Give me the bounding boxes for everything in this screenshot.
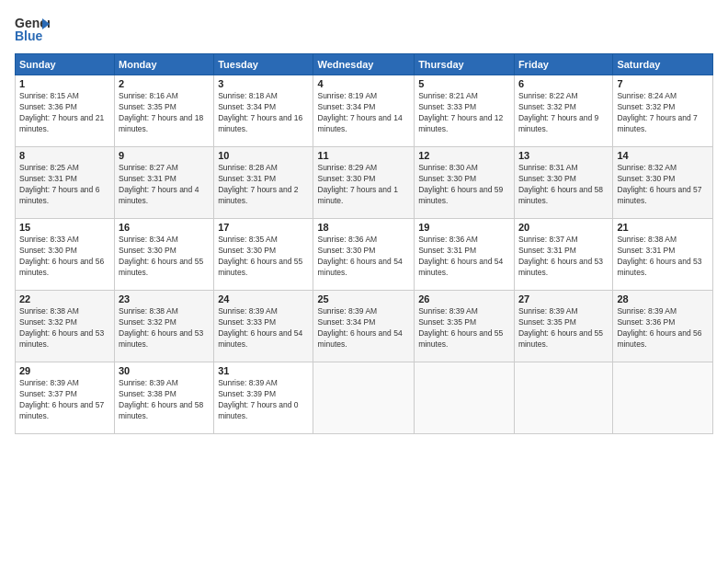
calendar-cell: 14 Sunrise: 8:32 AM Sunset: 3:30 PM Dayl… (613, 147, 713, 219)
day-info: Sunrise: 8:33 AM Sunset: 3:30 PM Dayligh… (19, 235, 110, 279)
day-number: 4 (317, 78, 410, 89)
day-number: 8 (19, 150, 110, 161)
calendar-cell: 27 Sunrise: 8:39 AM Sunset: 3:35 PM Dayl… (514, 291, 612, 362)
day-info: Sunrise: 8:32 AM Sunset: 3:30 PM Dayligh… (617, 163, 709, 207)
calendar-cell: 10 Sunrise: 8:28 AM Sunset: 3:31 PM Dayl… (214, 147, 313, 219)
day-number: 5 (418, 78, 510, 89)
day-info: Sunrise: 8:34 AM Sunset: 3:30 PM Dayligh… (119, 235, 210, 279)
day-header-friday: Friday (514, 54, 612, 75)
day-number: 12 (418, 150, 510, 161)
calendar-table: SundayMondayTuesdayWednesdayThursdayFrid… (15, 53, 713, 434)
day-info: Sunrise: 8:18 AM Sunset: 3:34 PM Dayligh… (218, 91, 309, 135)
day-number: 27 (518, 293, 609, 304)
calendar-cell: 7 Sunrise: 8:24 AM Sunset: 3:32 PM Dayli… (613, 75, 713, 147)
calendar-cell: 6 Sunrise: 8:22 AM Sunset: 3:32 PM Dayli… (514, 75, 612, 147)
calendar-cell: 5 Sunrise: 8:21 AM Sunset: 3:33 PM Dayli… (415, 75, 515, 147)
calendar-cell: 4 Sunrise: 8:19 AM Sunset: 3:34 PM Dayli… (313, 75, 415, 147)
day-number: 10 (218, 150, 309, 161)
calendar-cell: 19 Sunrise: 8:36 AM Sunset: 3:31 PM Dayl… (415, 219, 515, 291)
day-header-sunday: Sunday (16, 54, 115, 75)
day-info: Sunrise: 8:39 AM Sunset: 3:35 PM Dayligh… (518, 306, 609, 350)
day-number: 11 (317, 150, 410, 161)
day-number: 21 (617, 222, 709, 233)
calendar-cell: 9 Sunrise: 8:27 AM Sunset: 3:31 PM Dayli… (115, 147, 214, 219)
day-header-monday: Monday (115, 54, 214, 75)
day-number: 17 (218, 222, 309, 233)
day-info: Sunrise: 8:19 AM Sunset: 3:34 PM Dayligh… (317, 91, 410, 135)
day-info: Sunrise: 8:31 AM Sunset: 3:30 PM Dayligh… (518, 163, 609, 207)
calendar-cell: 28 Sunrise: 8:39 AM Sunset: 3:36 PM Dayl… (613, 291, 713, 362)
day-number: 31 (218, 365, 309, 376)
day-info: Sunrise: 8:21 AM Sunset: 3:33 PM Dayligh… (418, 91, 510, 135)
day-info: Sunrise: 8:16 AM Sunset: 3:35 PM Dayligh… (119, 91, 210, 135)
day-info: Sunrise: 8:39 AM Sunset: 3:34 PM Dayligh… (317, 306, 410, 350)
calendar-cell (313, 362, 415, 434)
day-number: 26 (418, 293, 510, 304)
calendar-cell: 31 Sunrise: 8:39 AM Sunset: 3:39 PM Dayl… (214, 362, 313, 434)
day-number: 6 (518, 78, 609, 89)
calendar-cell: 16 Sunrise: 8:34 AM Sunset: 3:30 PM Dayl… (115, 219, 214, 291)
day-number: 19 (418, 222, 510, 233)
logo-icon: General Blue (15, 11, 50, 46)
day-info: Sunrise: 8:39 AM Sunset: 3:36 PM Dayligh… (617, 306, 709, 350)
day-info: Sunrise: 8:39 AM Sunset: 3:37 PM Dayligh… (19, 378, 110, 422)
day-info: Sunrise: 8:25 AM Sunset: 3:31 PM Dayligh… (19, 163, 110, 207)
day-info: Sunrise: 8:27 AM Sunset: 3:31 PM Dayligh… (119, 163, 210, 207)
day-number: 9 (119, 150, 210, 161)
day-number: 7 (617, 78, 709, 89)
calendar-cell (613, 362, 713, 434)
calendar-cell: 20 Sunrise: 8:37 AM Sunset: 3:31 PM Dayl… (514, 219, 612, 291)
day-info: Sunrise: 8:15 AM Sunset: 3:36 PM Dayligh… (19, 91, 110, 135)
day-info: Sunrise: 8:28 AM Sunset: 3:31 PM Dayligh… (218, 163, 309, 207)
day-header-thursday: Thursday (415, 54, 515, 75)
day-info: Sunrise: 8:24 AM Sunset: 3:32 PM Dayligh… (617, 91, 709, 135)
calendar-cell: 15 Sunrise: 8:33 AM Sunset: 3:30 PM Dayl… (16, 219, 115, 291)
calendar-cell: 25 Sunrise: 8:39 AM Sunset: 3:34 PM Dayl… (313, 291, 415, 362)
calendar-cell: 11 Sunrise: 8:29 AM Sunset: 3:30 PM Dayl… (313, 147, 415, 219)
day-info: Sunrise: 8:35 AM Sunset: 3:30 PM Dayligh… (218, 235, 309, 279)
day-header-saturday: Saturday (613, 54, 713, 75)
calendar-cell: 29 Sunrise: 8:39 AM Sunset: 3:37 PM Dayl… (16, 362, 115, 434)
day-number: 1 (19, 78, 110, 89)
calendar-cell: 8 Sunrise: 8:25 AM Sunset: 3:31 PM Dayli… (16, 147, 115, 219)
day-info: Sunrise: 8:38 AM Sunset: 3:32 PM Dayligh… (119, 306, 210, 350)
day-number: 23 (119, 293, 210, 304)
calendar-cell (415, 362, 515, 434)
day-number: 22 (19, 293, 110, 304)
day-number: 28 (617, 293, 709, 304)
day-info: Sunrise: 8:38 AM Sunset: 3:31 PM Dayligh… (617, 235, 709, 279)
day-info: Sunrise: 8:36 AM Sunset: 3:31 PM Dayligh… (418, 235, 510, 279)
header: General Blue (15, 11, 713, 46)
calendar-cell: 17 Sunrise: 8:35 AM Sunset: 3:30 PM Dayl… (214, 219, 313, 291)
day-number: 14 (617, 150, 709, 161)
calendar-cell: 22 Sunrise: 8:38 AM Sunset: 3:32 PM Dayl… (16, 291, 115, 362)
calendar-cell: 3 Sunrise: 8:18 AM Sunset: 3:34 PM Dayli… (214, 75, 313, 147)
day-number: 2 (119, 78, 210, 89)
day-number: 16 (119, 222, 210, 233)
calendar-cell: 12 Sunrise: 8:30 AM Sunset: 3:30 PM Dayl… (415, 147, 515, 219)
calendar-cell: 13 Sunrise: 8:31 AM Sunset: 3:30 PM Dayl… (514, 147, 612, 219)
day-info: Sunrise: 8:30 AM Sunset: 3:30 PM Dayligh… (418, 163, 510, 207)
day-info: Sunrise: 8:22 AM Sunset: 3:32 PM Dayligh… (518, 91, 609, 135)
page: General Blue SundayMondayTuesdayWednesda… (0, 0, 728, 563)
calendar-cell: 1 Sunrise: 8:15 AM Sunset: 3:36 PM Dayli… (16, 75, 115, 147)
day-header-wednesday: Wednesday (313, 54, 415, 75)
calendar-cell: 30 Sunrise: 8:39 AM Sunset: 3:38 PM Dayl… (115, 362, 214, 434)
day-number: 24 (218, 293, 309, 304)
calendar-cell: 2 Sunrise: 8:16 AM Sunset: 3:35 PM Dayli… (115, 75, 214, 147)
calendar-cell: 24 Sunrise: 8:39 AM Sunset: 3:33 PM Dayl… (214, 291, 313, 362)
svg-text:Blue: Blue (15, 29, 43, 43)
calendar-cell: 26 Sunrise: 8:39 AM Sunset: 3:35 PM Dayl… (415, 291, 515, 362)
day-info: Sunrise: 8:39 AM Sunset: 3:35 PM Dayligh… (418, 306, 510, 350)
calendar-cell: 21 Sunrise: 8:38 AM Sunset: 3:31 PM Dayl… (613, 219, 713, 291)
day-number: 3 (218, 78, 309, 89)
logo: General Blue (15, 11, 50, 46)
day-info: Sunrise: 8:39 AM Sunset: 3:33 PM Dayligh… (218, 306, 309, 350)
day-info: Sunrise: 8:29 AM Sunset: 3:30 PM Dayligh… (317, 163, 410, 207)
day-number: 15 (19, 222, 110, 233)
calendar-cell: 23 Sunrise: 8:38 AM Sunset: 3:32 PM Dayl… (115, 291, 214, 362)
day-info: Sunrise: 8:37 AM Sunset: 3:31 PM Dayligh… (518, 235, 609, 279)
day-info: Sunrise: 8:39 AM Sunset: 3:38 PM Dayligh… (119, 378, 210, 422)
day-header-tuesday: Tuesday (214, 54, 313, 75)
day-number: 29 (19, 365, 110, 376)
